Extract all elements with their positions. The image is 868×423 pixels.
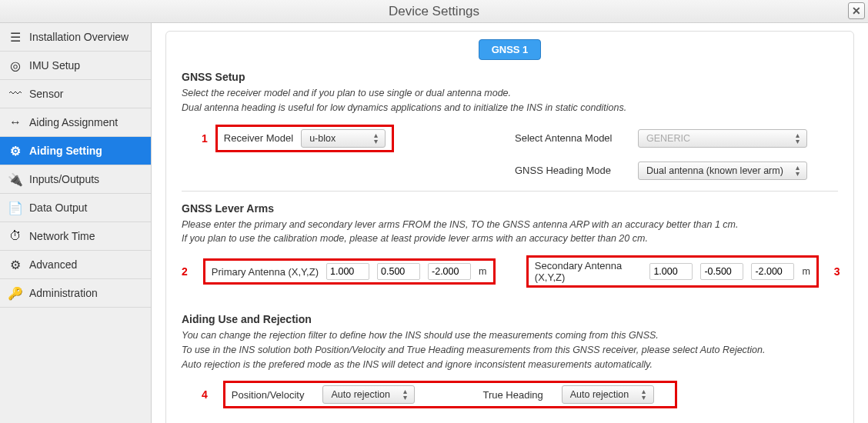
trueheading-select[interactable]: Auto rejection ▴▾ (562, 385, 654, 404)
annotation-4: 4 (202, 388, 208, 401)
sidebar-item-label: Aiding Setting (29, 145, 102, 157)
setup-desc-2: Dual antenna heading is useful for low d… (182, 102, 626, 113)
sidebar-icon: ☰ (8, 29, 23, 45)
sidebar-item-inputs-outputs[interactable]: 🔌Inputs/Outputs (0, 165, 151, 194)
window-titlebar: Device Settings ✕ (0, 0, 868, 23)
caret-icon: ▴▾ (400, 388, 409, 401)
sidebar-item-administration[interactable]: 🔑Administration (0, 279, 151, 308)
caret-icon: ▴▾ (639, 388, 649, 401)
rejection-desc-3: Auto rejection is the prefered mode as t… (182, 359, 653, 370)
sidebar-item-label: Administration (29, 287, 98, 299)
unit-m: m (479, 266, 486, 277)
sidebar-item-label: Installation Overview (29, 31, 129, 43)
posvel-value: Auto rejection (331, 389, 389, 400)
sidebar-item-label: Data Output (29, 202, 88, 214)
tab-gnss1[interactable]: GNSS 1 (479, 39, 542, 60)
primary-y-input[interactable] (377, 263, 420, 280)
secondary-y-input[interactable] (700, 263, 743, 280)
posvel-select[interactable]: Auto rejection ▴▾ (322, 385, 415, 404)
lever-desc-2: If you plan to use the calibration mode,… (182, 233, 648, 244)
sidebar-item-label: Sensor (29, 88, 63, 100)
antenna-model-label: Select Antenna Model (515, 132, 630, 144)
rejection-desc-1: You can change the rejection filter to d… (182, 330, 659, 341)
heading-mode-label: GNSS Heading Mode (515, 165, 630, 176)
primary-x-input[interactable] (326, 263, 369, 280)
sidebar-item-aiding-assignment[interactable]: ↔Aiding Assignment (0, 108, 151, 137)
antenna-model-value: GENERIC (646, 133, 690, 144)
sidebar-icon: 📄 (8, 200, 23, 215)
sidebar-icon: ↔ (8, 115, 23, 130)
section-heading-rejection: Aiding Use and Rejection (182, 313, 838, 325)
sidebar-item-label: Aiding Assignment (29, 116, 118, 128)
heading-mode-select[interactable]: Dual antenna (known lever arm) ▴▾ (638, 162, 807, 180)
heading-mode-value: Dual antenna (known lever arm) (646, 165, 783, 176)
sidebar-icon: ◎ (8, 58, 23, 73)
sidebar-item-data-output[interactable]: 📄Data Output (0, 194, 151, 222)
window-title: Device Settings (389, 4, 479, 18)
receiver-model-label: Receiver Model (224, 132, 293, 144)
sidebar-item-label: IMU Setup (29, 59, 80, 72)
annotation-3: 3 (834, 265, 840, 278)
primary-antenna-label: Primary Antenna (X,Y,Z) (212, 266, 319, 278)
lever-description: Please enter the primary and secondary l… (182, 218, 838, 247)
annotation-1: 1 (202, 132, 208, 145)
sidebar-icon: ⚙ (8, 143, 23, 158)
trueheading-label: True Heading (482, 389, 542, 401)
receiver-model-value: u-blox (309, 133, 336, 144)
antenna-model-select[interactable]: GENERIC ▴▾ (638, 129, 807, 148)
sidebar-icon: ⏱ (8, 228, 23, 244)
highlight-box-1: Receiver Model u-blox ▴▾ (215, 125, 394, 152)
sidebar-item-imu-setup[interactable]: ◎IMU Setup (0, 52, 151, 80)
sidebar-icon: ⚙ (8, 257, 23, 272)
caret-icon: ▴▾ (793, 132, 802, 145)
highlight-box-2: Primary Antenna (X,Y,Z) m (203, 258, 496, 285)
divider (182, 191, 838, 192)
sidebar-item-label: Network Time (29, 230, 95, 242)
section-heading-lever: GNSS Lever Arms (182, 202, 838, 215)
sidebar-item-installation-overview[interactable]: ☰Installation Overview (0, 23, 151, 52)
highlight-box-4: Position/Velocity Auto rejection ▴▾ True… (223, 381, 677, 408)
posvel-label: Position/Velocity (232, 389, 305, 401)
rejection-desc-2: To use in the INS solution both Position… (182, 345, 766, 355)
lever-desc-1: Please enter the primary and secondary l… (182, 219, 738, 230)
setup-desc-1: Select the receiver model and if you pla… (182, 88, 511, 98)
highlight-box-3: Secondary Antenna (X,Y,Z) m (526, 255, 819, 288)
sidebar-icon: 🔑 (8, 285, 23, 301)
sidebar-item-sensor[interactable]: 〰Sensor (0, 80, 151, 108)
sidebar: ☰Installation Overview◎IMU Setup〰Sensor↔… (0, 23, 152, 423)
setup-description: Select the receiver model and if you pla… (182, 86, 838, 115)
rejection-description: You can change the rejection filter to d… (182, 328, 838, 371)
secondary-z-input[interactable] (751, 263, 794, 280)
settings-panel: GNSS 1 GNSS Setup Select the receiver mo… (165, 31, 854, 423)
main-content: GNSS 1 GNSS Setup Select the receiver mo… (152, 23, 868, 423)
trueheading-value: Auto rejection (570, 389, 629, 400)
annotation-2: 2 (182, 265, 188, 278)
sidebar-item-label: Advanced (29, 258, 77, 271)
secondary-x-input[interactable] (649, 263, 693, 280)
caret-icon: ▴▾ (371, 132, 380, 145)
sidebar-icon: 🔌 (8, 172, 23, 187)
primary-z-input[interactable] (428, 263, 471, 280)
section-heading-setup: GNSS Setup (182, 71, 838, 83)
sidebar-item-label: Inputs/Outputs (29, 173, 99, 185)
unit-m: m (802, 266, 810, 277)
secondary-antenna-label: Secondary Antenna (X,Y,Z) (535, 260, 643, 283)
sidebar-item-network-time[interactable]: ⏱Network Time (0, 222, 151, 251)
receiver-model-select[interactable]: u-blox ▴▾ (301, 129, 386, 148)
sidebar-icon: 〰 (8, 86, 23, 102)
caret-icon: ▴▾ (793, 165, 802, 177)
sidebar-item-aiding-setting[interactable]: ⚙Aiding Setting (0, 137, 151, 165)
sidebar-item-advanced[interactable]: ⚙Advanced (0, 251, 151, 279)
close-button[interactable]: ✕ (848, 2, 865, 19)
